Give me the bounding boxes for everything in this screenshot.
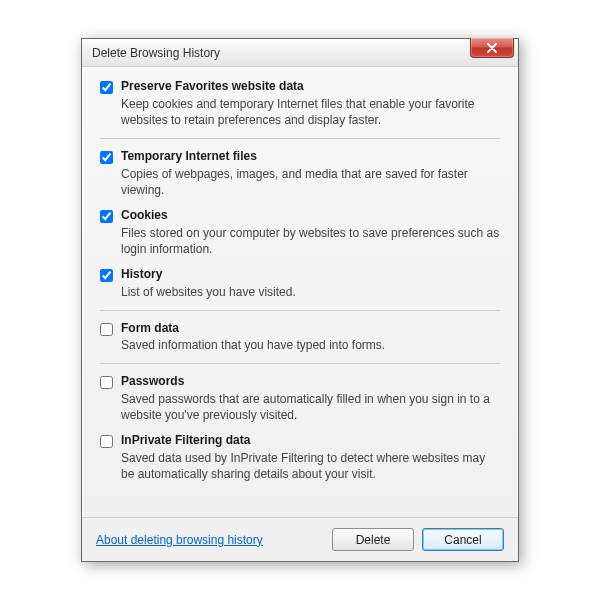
cancel-button[interactable]: Cancel (422, 528, 504, 551)
close-icon (486, 43, 498, 53)
close-button[interactable] (470, 38, 514, 58)
option-title: InPrivate Filtering data (121, 433, 500, 449)
option-desc: Copies of webpages, images, and media th… (121, 166, 500, 198)
option-title: Temporary Internet files (121, 149, 500, 165)
dialog-window: Delete Browsing History Preserve Favorit… (81, 38, 519, 562)
checkbox-history[interactable] (100, 269, 113, 282)
option-history: History List of websites you have visite… (100, 267, 500, 300)
option-desc: Files stored on your computer by website… (121, 225, 500, 257)
checkbox-form-data[interactable] (100, 323, 113, 336)
option-temp-files: Temporary Internet files Copies of webpa… (100, 149, 500, 198)
option-inprivate: InPrivate Filtering data Saved data used… (100, 433, 500, 482)
checkbox-temp-files[interactable] (100, 151, 113, 164)
option-cookies: Cookies Files stored on your computer by… (100, 208, 500, 257)
delete-button[interactable]: Delete (332, 528, 414, 551)
option-desc: Saved passwords that are automatically f… (121, 391, 500, 423)
dialog-content: Preserve Favorites website data Keep coo… (82, 67, 518, 517)
titlebar: Delete Browsing History (82, 39, 518, 67)
separator (100, 363, 500, 364)
option-desc: Keep cookies and temporary Internet file… (121, 96, 500, 128)
option-passwords: Passwords Saved passwords that are autom… (100, 374, 500, 423)
option-desc: Saved data used by InPrivate Filtering t… (121, 450, 500, 482)
window-title: Delete Browsing History (92, 46, 220, 60)
checkbox-cookies[interactable] (100, 210, 113, 223)
help-link[interactable]: About deleting browsing history (96, 533, 263, 547)
option-desc: List of websites you have visited. (121, 284, 500, 300)
option-title: Cookies (121, 208, 500, 224)
checkbox-passwords[interactable] (100, 376, 113, 389)
checkbox-inprivate[interactable] (100, 435, 113, 448)
option-title: Form data (121, 321, 500, 337)
option-preserve-favorites: Preserve Favorites website data Keep coo… (100, 79, 500, 128)
dialog-footer: About deleting browsing history Delete C… (82, 517, 518, 561)
separator (100, 138, 500, 139)
option-title: Preserve Favorites website data (121, 79, 500, 95)
option-desc: Saved information that you have typed in… (121, 337, 500, 353)
option-title: Passwords (121, 374, 500, 390)
option-form-data: Form data Saved information that you hav… (100, 321, 500, 354)
checkbox-preserve-favorites[interactable] (100, 81, 113, 94)
option-title: History (121, 267, 500, 283)
separator (100, 310, 500, 311)
